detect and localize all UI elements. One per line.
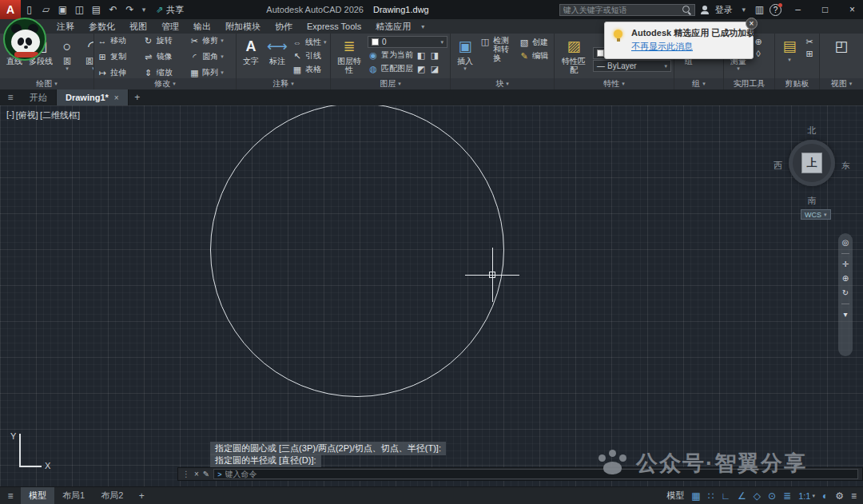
ortho-toggle-icon[interactable]: ∟ [721,491,730,501]
model-tab[interactable]: 模型 [21,487,54,504]
viewcube-south[interactable]: 南 [808,195,817,207]
login-button[interactable]: 登录 [715,4,733,16]
tool-create-block[interactable]: ▧创建 [519,36,548,49]
tool-match-properties[interactable]: ▨特性匹配 [557,36,591,74]
tool-text[interactable]: A文字 [239,36,263,65]
workspace-gear-icon[interactable]: ⚙ [835,491,844,501]
tool-view[interactable]: ◰ [829,36,853,57]
layer-freeze-icon[interactable]: ◧ [416,50,427,61]
tool-convert-block[interactable]: ◫检测和转换 [479,36,516,62]
layout-menu-icon[interactable]: ≡ [0,490,21,502]
cart-icon[interactable]: ▥ [755,4,764,15]
panel-label-layers[interactable]: 图层▾ [331,78,450,89]
tool-make-current[interactable]: ◉置为当前◧◨ [368,49,447,62]
panel-label-clipboard[interactable]: 剪贴板 [775,78,819,89]
minimize-button[interactable]: – [787,0,809,19]
new-file-button[interactable]: ▯ [21,1,38,18]
tool-array[interactable]: ▦阵列▾ [189,66,233,78]
layout2-tab[interactable]: 布局2 [93,487,131,504]
drawn-circle[interactable] [210,105,504,397]
plot-button[interactable]: ▤ [88,1,105,18]
file-tab-start[interactable]: 开始 [21,89,57,105]
command-customize-icon[interactable]: ✎ [203,470,209,478]
toast-close-button[interactable]: × [746,18,758,30]
point-style-icon[interactable]: ◊ [753,48,764,59]
steering-wheel-icon[interactable]: ◎ [842,239,849,247]
quick-select-icon[interactable]: ⊕ [753,36,764,47]
layer-isolate-icon[interactable]: ◪ [429,63,440,74]
layer-lock-icon[interactable]: ◨ [429,50,440,61]
lineweight-toggle-icon[interactable]: ≣ [783,491,791,501]
command-grip-handle[interactable]: ⋮ [182,470,190,478]
annotation-scale-control[interactable]: 1:1▾ [798,491,815,501]
tool-dimension[interactable]: ⟷标注 [265,36,289,65]
cut-icon[interactable]: ✂ [804,36,815,47]
file-tab-menu-icon[interactable]: ≡ [0,89,21,105]
layer-select[interactable]: 0▾ [368,36,447,48]
tool-scale[interactable]: ⇕缩放 [143,66,188,78]
panel-label-annotate[interactable]: 注释▾ [237,78,330,89]
tool-table[interactable]: ▦表格 [292,63,327,76]
panel-label-view[interactable]: 视图▾ [820,78,863,89]
panel-label-properties[interactable]: 特性▾ [555,78,674,89]
tool-insert-block[interactable]: ▣插入▾ [453,36,477,72]
tab-parametric[interactable]: 参数化 [82,19,122,34]
pan-icon[interactable]: ✛ [842,260,849,268]
linetype-select[interactable]: —ByLayer▾ [593,60,671,72]
help-search-field[interactable] [559,4,695,16]
save-button[interactable]: ▣ [54,1,71,18]
maximize-button[interactable]: □ [814,0,836,19]
tool-edit-block[interactable]: ✎编辑 [519,50,548,62]
tool-move[interactable]: ↔移动 [97,34,141,47]
wcs-dropdown[interactable]: WCS▾ [801,209,831,220]
snap-toggle-icon[interactable]: ∷ [708,491,714,501]
tab-collaborate[interactable]: 协作 [268,19,300,34]
ribbon-options-button[interactable]: ▾ [421,23,424,30]
zoom-icon[interactable]: ⊕ [842,275,849,283]
tab-annotate[interactable]: 注释 [50,19,82,34]
redo-button[interactable]: ↷ [121,1,138,18]
tool-rotate[interactable]: ↻旋转 [143,34,188,47]
viewcube-east[interactable]: 东 [841,160,850,172]
help-icon[interactable]: ? [770,4,781,16]
file-tab-drawing1[interactable]: Drawing1*× [57,89,129,105]
tool-paste[interactable]: ▤▾ [777,36,801,63]
tool-layer-properties[interactable]: ≣图层特性 [333,36,365,74]
orbit-icon[interactable]: ↻ [842,289,849,297]
new-layout-button[interactable]: + [131,490,152,502]
open-file-button[interactable]: ▱ [38,1,54,18]
visual-style-control[interactable]: [二维线框] [40,109,80,121]
tab-view[interactable]: 视图 [122,19,154,34]
viewcube-top-face[interactable]: 上 [801,153,822,173]
tool-arc[interactable]: ◠圆弧▾ [82,36,93,72]
viewcube-north[interactable]: 北 [808,125,817,137]
viewcube-ring[interactable]: 上 [789,140,835,186]
search-icon[interactable] [682,6,691,14]
grid-toggle-icon[interactable]: ▦ [691,491,700,501]
model-space-toggle[interactable]: 模型 [666,490,684,502]
tool-stretch[interactable]: ↦拉伸 [97,66,141,78]
save-as-button[interactable]: ◫ [71,1,88,18]
app-menu-button[interactable]: A [0,0,21,19]
view-control[interactable]: [俯视] [16,109,38,121]
copy-clip-icon[interactable]: ⊞ [804,48,815,59]
tab-express-tools[interactable]: Express Tools [300,19,368,34]
viewcube-west[interactable]: 西 [774,160,782,172]
tool-leader[interactable]: ↖引线 [292,50,327,62]
tool-linear-dim[interactable]: ⇔线性▾ [292,36,327,49]
drawing-canvas[interactable]: [-] [俯视] [二维线框] 北 西 东 南 上 WCS▾ ◎ ✛ ⊕ ↻ [0,105,863,486]
panel-label-block[interactable]: 块▾ [451,78,554,89]
tool-circle[interactable]: ○圆▾ [55,36,79,72]
panel-label-utilities[interactable]: 实用工具 [724,78,774,89]
new-drawing-button[interactable]: + [129,89,146,105]
tool-copy[interactable]: ⊞复制 [97,50,141,63]
panel-label-draw[interactable]: 绘图▾ [0,78,93,89]
polar-toggle-icon[interactable]: ∠ [738,491,746,501]
isolate-objects-icon[interactable]: ◐ [822,491,828,501]
osnap-toggle-icon[interactable]: ⊙ [768,491,776,501]
panel-label-group[interactable]: 组▾ [674,78,723,89]
navbar-more-icon[interactable]: ▾ [843,311,847,319]
qat-dropdown-button[interactable]: ▾ [138,1,149,18]
toast-dismiss-link[interactable]: 不再显示此消息 [631,41,693,53]
isodraft-toggle-icon[interactable]: ◇ [754,491,761,501]
